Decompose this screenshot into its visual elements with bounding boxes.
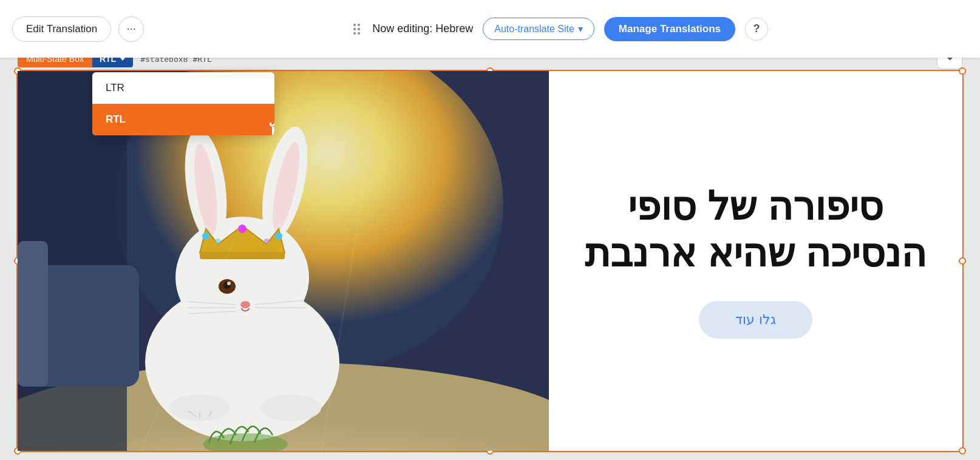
chevron-down-icon: [120, 58, 126, 61]
multistate-box-label: Multi-State Box: [18, 58, 92, 67]
svg-point-16: [216, 238, 220, 243]
rtl-dropdown-label: RTL: [100, 58, 116, 64]
text-section: סיפורה של סופי הנסיכה שהיא ארנבת גלו עוד: [549, 71, 962, 451]
dropdown-menu: LTR RTL 🖱: [92, 72, 274, 135]
hebrew-line2: הנסיכה שהיא ארנבת: [585, 230, 927, 277]
toolbar: Edit Translation ··· Now editing: Hebrew…: [0, 0, 980, 58]
svg-point-28: [260, 394, 321, 421]
manage-translations-button[interactable]: Manage Translations: [604, 17, 735, 41]
rtl-dropdown-button[interactable]: RTL LTR RTL 🖱: [92, 58, 133, 67]
chevron-down-icon: ▾: [578, 23, 583, 35]
content-box: Multi-State Box RTL LTR RTL 🖱 #statebox8…: [16, 70, 964, 452]
dropdown-option-rtl[interactable]: RTL 🖱: [92, 104, 274, 135]
hebrew-title: סיפורה של סופי הנסיכה שהיא ארנבת: [585, 183, 927, 277]
toolbar-center: Now editing: Hebrew Auto-translate Site …: [151, 17, 968, 41]
drag-handle-icon[interactable]: [351, 21, 362, 37]
edit-translation-button[interactable]: Edit Translation: [12, 16, 111, 42]
download-icon-button[interactable]: ⬇: [937, 58, 962, 69]
hebrew-line1: סיפורה של סופי: [585, 183, 927, 230]
tag-statebox: #statebox8: [140, 58, 188, 64]
svg-point-13: [238, 225, 247, 233]
multistate-header: Multi-State Box RTL LTR RTL 🖱 #statebox8…: [18, 58, 212, 70]
svg-point-12: [202, 232, 209, 240]
svg-rect-15: [200, 252, 285, 259]
download-icon: ⬇: [945, 58, 954, 63]
discover-button[interactable]: גלו עוד: [699, 301, 812, 339]
handle-middle-right[interactable]: [959, 257, 966, 265]
svg-point-20: [227, 282, 231, 285]
help-button[interactable]: ?: [745, 18, 768, 41]
dropdown-option-ltr[interactable]: LTR: [92, 72, 274, 104]
handle-bottom-right[interactable]: [959, 447, 966, 455]
cursor-pointer-icon: 🖱: [267, 120, 274, 135]
svg-point-14: [275, 232, 282, 240]
auto-translate-button[interactable]: Auto-translate Site ▾: [483, 18, 594, 40]
more-options-button[interactable]: ···: [118, 16, 144, 42]
svg-rect-5: [18, 241, 48, 387]
svg-point-17: [264, 238, 269, 243]
auto-translate-label: Auto-translate Site: [494, 24, 574, 35]
tag-rtl: #RTL: [192, 58, 211, 64]
breadcrumb-tags: #statebox8 #RTL: [140, 58, 212, 64]
now-editing-label: Now editing: Hebrew: [372, 22, 473, 35]
svg-point-21: [240, 301, 250, 308]
canvas-area: Multi-State Box RTL LTR RTL 🖱 #statebox8…: [0, 58, 980, 460]
